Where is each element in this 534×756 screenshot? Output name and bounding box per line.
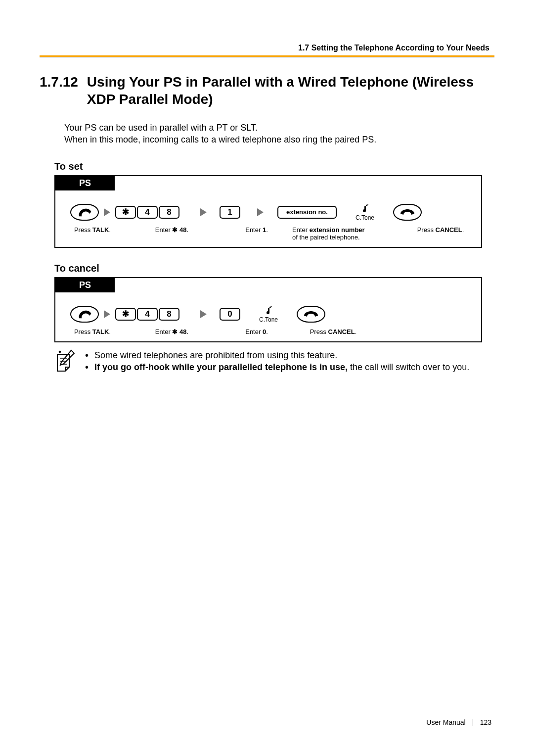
caption-talk: Press TALK. [70, 226, 115, 234]
section-number: 1.7.12 [40, 73, 78, 108]
ctone-icon: C.Tone [356, 203, 374, 221]
ps-tab: PS [55, 176, 115, 190]
key-star: ✱ [115, 206, 136, 219]
to-cancel-box: PS ✱ 4 8 0 C.Tone [54, 277, 482, 342]
cancel-icon [297, 306, 325, 323]
to-set-heading: To set [54, 161, 494, 172]
note-item: Some wired telephones are prohibited fro… [85, 349, 469, 361]
intro-line-2: When in this mode, incoming calls to a w… [64, 134, 494, 145]
key-8: 8 [159, 206, 179, 219]
caption-extension: Enter extension number of the paired tel… [292, 226, 379, 241]
to-set-captions: Press TALK. Enter ✱ 48. Enter 1. Enter e… [70, 226, 471, 241]
arrow-icon [257, 208, 264, 216]
caption-enter-48: Enter ✱ 48. [134, 328, 210, 335]
arrow-icon [104, 208, 110, 216]
ps-tab: PS [55, 278, 115, 292]
key-0: 0 [220, 308, 240, 321]
talk-icon [70, 204, 99, 221]
talk-icon [70, 306, 99, 323]
svg-point-3 [59, 350, 61, 353]
key-4: 4 [137, 308, 158, 321]
page-number: 123 [480, 718, 491, 726]
header-rule [40, 55, 494, 57]
key-4: 4 [137, 206, 158, 219]
ctone-icon: C.Tone [259, 305, 278, 323]
intro-line-1: Your PS can be used in parallel with a P… [64, 122, 494, 134]
caption-cancel: Press CANCEL. [413, 226, 468, 234]
caption-cancel: Press CANCEL. [306, 328, 360, 335]
key-star: ✱ [115, 308, 136, 321]
to-cancel-captions: Press TALK. Enter ✱ 48. Enter 0. Press C… [70, 328, 471, 335]
key-1: 1 [220, 206, 240, 219]
page-footer: User Manual 123 [426, 718, 491, 726]
caption-enter-0: Enter 0. [237, 328, 276, 335]
arrow-icon [200, 310, 207, 318]
to-set-flow: ✱ 4 8 1 extension no. C.Tone [70, 203, 471, 221]
note-item: If you go off-hook while your parallelle… [85, 361, 469, 373]
ctone-label: C.Tone [259, 316, 278, 323]
key-extension-no: extension no. [277, 206, 337, 219]
to-cancel-flow: ✱ 4 8 0 C.Tone [70, 305, 471, 323]
to-set-box: PS ✱ 4 8 1 extension no. [54, 175, 482, 248]
running-head: 1.7 Setting the Telephone According to Y… [40, 44, 494, 52]
key-group-star48: ✱ 4 8 [115, 206, 179, 219]
caption-enter-1: Enter 1. [237, 226, 276, 234]
section-title: 1.7.12 Using Your PS in Parallel with a … [40, 73, 494, 108]
notes-block: Some wired telephones are prohibited fro… [54, 349, 494, 377]
footer-separator [473, 719, 473, 726]
caption-talk: Press TALK. [70, 328, 115, 335]
to-cancel-body: ✱ 4 8 0 C.Tone [55, 292, 481, 341]
footer-label: User Manual [426, 718, 465, 726]
key-group-star48: ✱ 4 8 [115, 308, 179, 321]
key-8: 8 [159, 308, 179, 321]
cancel-icon [393, 204, 422, 221]
note-icon [54, 349, 77, 377]
to-cancel-heading: To cancel [54, 263, 494, 274]
page: 1.7 Setting the Telephone According to Y… [0, 0, 534, 756]
notes-list: Some wired telephones are prohibited fro… [85, 349, 469, 377]
arrow-icon [200, 208, 207, 216]
caption-enter-48: Enter ✱ 48. [134, 226, 210, 234]
intro-text: Your PS can be used in parallel with a P… [64, 122, 494, 146]
arrow-icon [104, 310, 110, 318]
to-set-body: ✱ 4 8 1 extension no. C.Tone [55, 190, 481, 247]
ctone-label: C.Tone [356, 214, 374, 221]
section-title-text: Using Your PS in Parallel with a Wired T… [87, 73, 494, 108]
